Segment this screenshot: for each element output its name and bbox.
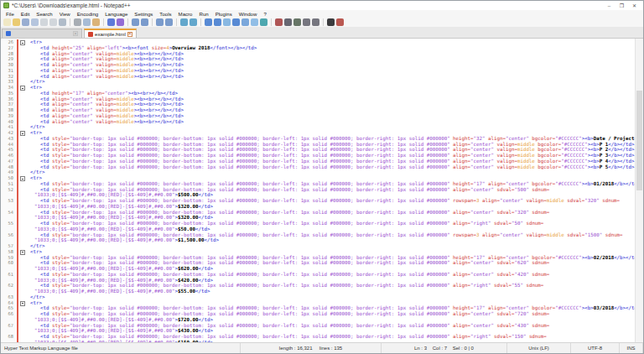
document-list-icon[interactable]: [251, 18, 258, 26]
replace-icon[interactable]: [141, 18, 148, 26]
paste-icon[interactable]: [92, 18, 100, 26]
menu-item-tools[interactable]: Tools: [156, 11, 174, 17]
stop-recording-icon[interactable]: [284, 18, 292, 26]
code-text: <td style="border-top: 1px solid #000000…: [26, 142, 635, 148]
fold-margin[interactable]: [18, 175, 26, 181]
scrollbar-thumb[interactable]: [636, 91, 642, 190]
menu-item-plugins[interactable]: Plugins: [212, 11, 236, 17]
code-line: 45<td style="border-top: 1px solid #0000…: [1, 147, 635, 153]
code-view[interactable]: 26<tr>27<td height="25" align="left"><b>…: [1, 39, 635, 342]
fold-margin[interactable]: [18, 130, 26, 136]
line-number: 28: [1, 51, 15, 57]
code-line: 43<td style="border-top: 1px solid #0000…: [1, 136, 635, 142]
menu-item-language[interactable]: Language: [101, 11, 131, 17]
close-button[interactable]: ✕: [628, 2, 641, 10]
new-file-icon[interactable]: [3, 18, 11, 26]
code-text: "1033;0;[$$-409]#,##0.00;[RED]-[$$-409]#…: [26, 289, 635, 294]
fold-margin: [18, 204, 26, 210]
code-line: 67<td style="border-top: 1px solid #0000…: [1, 323, 635, 329]
cut-icon[interactable]: [74, 18, 81, 26]
sync-vertical-scroll-icon[interactable]: [180, 18, 188, 26]
tab-example.html[interactable]: example.html✕: [84, 29, 137, 38]
record-macro-icon[interactable]: [275, 18, 283, 26]
function-list-icon[interactable]: [232, 18, 240, 26]
tab-close-icon[interactable]: ✕: [73, 31, 78, 36]
status-bar: Hyper Text Markup Language filelength : …: [1, 342, 643, 353]
print-icon[interactable]: [59, 18, 66, 26]
maximize-button[interactable]: ❐: [615, 2, 628, 10]
line-number: 31: [1, 68, 15, 74]
code-text: <td style="border-top: 1px solid #000000…: [26, 334, 635, 340]
code-text: "1033;0;[$$-409]#,##0.00;[RED]-[$$-409]#…: [26, 192, 635, 198]
menu-item-window[interactable]: Window: [236, 11, 261, 17]
code-text: <tr>: [26, 249, 635, 255]
menu-item-edit[interactable]: Edit: [18, 11, 34, 17]
code-line: 50<tr>: [1, 175, 635, 181]
document-map-icon[interactable]: [242, 18, 249, 26]
close-all-icon[interactable]: [49, 18, 57, 26]
fold-margin: [18, 91, 26, 96]
find-icon[interactable]: [132, 18, 139, 26]
code-line: "1033;0;[$$-409]#,##0.00;[RED]-[$$-409]#…: [1, 340, 635, 342]
fold-margin: [18, 51, 26, 57]
fold-margin[interactable]: [18, 39, 26, 45]
menu-item-view[interactable]: View: [56, 11, 74, 17]
code-text: </tr>: [26, 243, 635, 249]
menu-item-settings[interactable]: Settings: [131, 11, 156, 17]
code-line: "1033;0;[$$-409]#,##0.00;[RED]-[$$-409]#…: [1, 215, 635, 221]
run-macro-multiple-icon[interactable]: [312, 18, 319, 26]
line-number: 67: [1, 323, 15, 329]
save-recorded-macro-icon[interactable]: [303, 18, 310, 26]
fold-margin: [18, 68, 26, 74]
monitoring-eye-icon[interactable]: [260, 18, 267, 26]
undo-icon[interactable]: [107, 18, 115, 26]
vertical-scrollbar[interactable]: [635, 39, 643, 342]
menu-item-file[interactable]: File: [3, 11, 18, 17]
line-number: [1, 317, 15, 323]
fold-margin: [18, 56, 26, 62]
tab-close-icon[interactable]: ✕: [127, 32, 132, 37]
toolbar-separator: [200, 18, 201, 26]
zoom-out-icon[interactable]: [165, 18, 173, 26]
open-icon[interactable]: [13, 18, 20, 26]
fold-margin[interactable]: [18, 249, 26, 255]
line-number: 54: [1, 210, 15, 216]
zoom-in-icon[interactable]: [156, 18, 164, 26]
fold-margin: [18, 232, 26, 238]
code-line: 34<tr>: [1, 85, 635, 91]
plugin-a-icon[interactable]: [327, 18, 335, 26]
save-all-icon[interactable]: [31, 18, 39, 26]
indent-guide-icon[interactable]: [223, 18, 231, 26]
code-line: 42<tr>: [1, 130, 635, 136]
menu-item-help[interactable]: ?: [260, 11, 269, 17]
menu-item-encoding[interactable]: Encoding: [74, 11, 101, 17]
fold-margin[interactable]: [18, 85, 26, 91]
plugin-b-icon[interactable]: [336, 18, 344, 26]
copy-icon[interactable]: [83, 18, 91, 26]
fold-margin: [18, 45, 26, 51]
save-icon[interactable]: [22, 18, 29, 26]
close-icon[interactable]: [40, 18, 48, 26]
code-line: 37<td align="center" valign=middle><b><b…: [1, 102, 635, 107]
line-number: 27: [1, 45, 15, 51]
line-number: [1, 204, 15, 210]
code-line: 53<td style="border-top: 1px solid #0000…: [1, 198, 635, 204]
line-number: 46: [1, 153, 15, 159]
menu-item-macro[interactable]: Macro: [175, 11, 196, 17]
minimize-button[interactable]: –: [603, 2, 615, 10]
code-text: <td style="border-top: 1px solid #000000…: [26, 272, 635, 278]
tab-untitled[interactable]: ✕: [2, 29, 82, 38]
code-line: 39<td align="center" valign=middle><b><b…: [1, 113, 635, 119]
line-number: 63: [1, 294, 15, 300]
show-all-characters-icon[interactable]: [214, 18, 221, 26]
play-macro-icon[interactable]: [293, 18, 301, 26]
redo-icon[interactable]: [117, 18, 124, 26]
menu-item-run[interactable]: Run: [196, 11, 212, 17]
line-number: 68: [1, 334, 15, 340]
line-number: [1, 266, 15, 272]
menu-item-search[interactable]: Search: [33, 11, 55, 17]
tab-bar: ✕example.html✕: [1, 27, 643, 39]
sync-horizontal-scroll-icon[interactable]: [190, 18, 197, 26]
fold-margin[interactable]: [18, 300, 26, 306]
word-wrap-icon[interactable]: [205, 18, 212, 26]
